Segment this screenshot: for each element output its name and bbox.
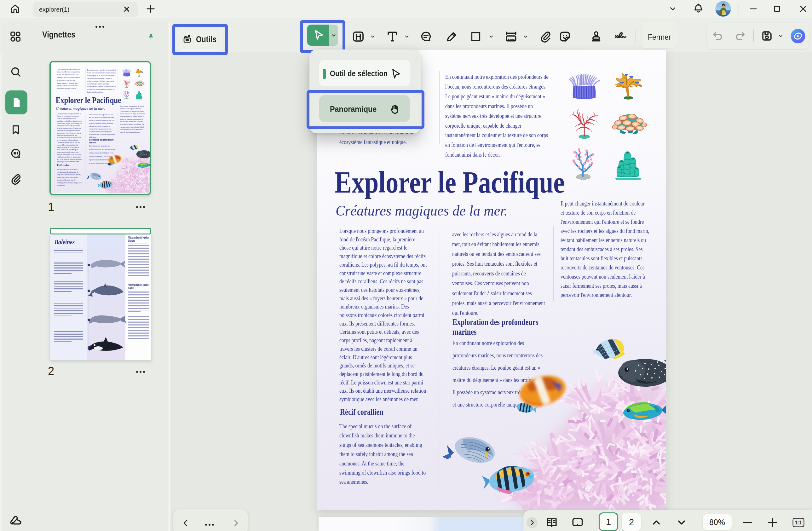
svg-text:1:1: 1:1 — [795, 520, 802, 525]
